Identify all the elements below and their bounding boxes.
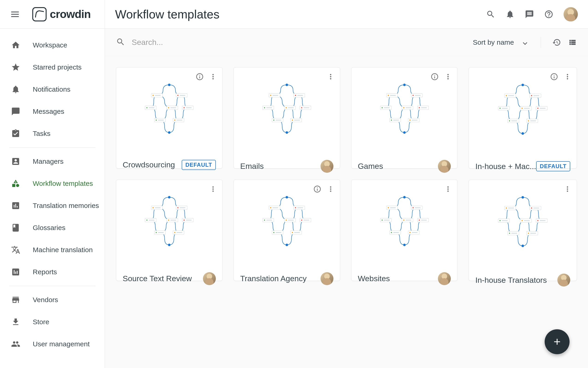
search-input[interactable] (132, 38, 224, 47)
info-icon[interactable] (195, 72, 204, 81)
workflow-diagram (248, 192, 326, 254)
svg-rect-26 (272, 95, 278, 96)
svg-point-69 (521, 84, 524, 86)
sidebar-item-managers[interactable]: Managers (0, 150, 105, 173)
svg-point-23 (285, 83, 288, 86)
sidebar-item-notifications[interactable]: Notifications (0, 78, 105, 101)
sidebar-item-glossaries[interactable]: Glossaries (0, 217, 105, 239)
more-icon[interactable] (208, 72, 218, 81)
sidebar-item-translation-memories[interactable]: Translation memories (0, 195, 105, 217)
hamburger-menu[interactable] (11, 9, 21, 19)
vendors-icon (11, 295, 20, 304)
workflow-diagram (483, 192, 562, 255)
svg-point-25 (270, 95, 271, 96)
card-title: Source Text Review (123, 274, 192, 283)
svg-point-60 (419, 107, 420, 108)
svg-rect-84 (540, 108, 546, 109)
info-icon[interactable] (313, 184, 322, 194)
svg-point-57 (403, 107, 404, 108)
sidebar-item-machine-translation[interactable]: Machine translation (0, 239, 105, 261)
svg-point-135 (292, 232, 293, 233)
svg-rect-41 (276, 120, 281, 120)
card-title: Emails (240, 162, 264, 171)
card-footer: Websites (351, 267, 457, 291)
sidebar-item-store[interactable]: Store (0, 311, 105, 333)
sort-direction-icon[interactable] (521, 38, 530, 47)
user-avatar[interactable] (564, 7, 578, 21)
more-icon[interactable] (208, 184, 218, 194)
messages-icon[interactable] (525, 10, 534, 19)
sidebar-item-workflow-templates[interactable]: Workflow templates (0, 173, 105, 195)
task-icon (11, 129, 20, 138)
svg-rect-55 (384, 107, 389, 108)
svg-point-175 (537, 220, 539, 221)
svg-point-5 (177, 95, 178, 96)
help-icon[interactable] (544, 10, 553, 19)
svg-rect-9 (149, 107, 154, 108)
nav-divider (9, 147, 96, 148)
template-card[interactable]: Source Text Review (116, 180, 222, 281)
svg-point-40 (273, 120, 274, 121)
svg-rect-12 (170, 107, 176, 108)
sidebar-item-tasks[interactable]: Tasks (0, 122, 105, 145)
template-card[interactable]: In-house + Mac... DEFAULT (469, 67, 577, 169)
svg-point-160 (403, 244, 405, 246)
sort-label[interactable]: Sort by name (473, 38, 514, 46)
svg-rect-107 (186, 220, 191, 220)
card-actions (563, 184, 572, 194)
info-icon[interactable] (430, 72, 439, 81)
store-icon (11, 317, 20, 327)
svg-point-14 (183, 107, 185, 108)
more-icon[interactable] (326, 184, 335, 194)
svg-rect-61 (421, 107, 427, 108)
sidebar-item-label: Store (33, 318, 49, 326)
sidebar-item-vendors[interactable]: Vendors (0, 289, 105, 311)
more-icon[interactable] (443, 184, 453, 194)
card-footer: Emails (234, 154, 340, 178)
svg-point-140 (388, 207, 389, 208)
svg-point-109 (156, 232, 157, 233)
add-fab[interactable] (545, 329, 569, 354)
svg-point-92 (168, 196, 171, 199)
card-body (234, 67, 340, 154)
brand-logo[interactable]: crowdin (32, 7, 91, 21)
svg-point-97 (177, 207, 178, 208)
info-icon[interactable] (549, 72, 559, 81)
svg-point-129 (301, 220, 302, 221)
template-card[interactable]: Emails (234, 67, 340, 169)
search-icon[interactable] (486, 10, 495, 19)
svg-rect-75 (534, 95, 539, 96)
sidebar-item-label: Reports (33, 268, 57, 276)
sidebar-item-workspace[interactable]: Workspace (0, 34, 105, 56)
template-card[interactable]: Games (351, 67, 458, 169)
brand-name: crowdin (50, 8, 91, 20)
more-icon[interactable] (443, 72, 453, 81)
sidebar-item-messages[interactable]: Messages (0, 101, 105, 122)
sidebar-item-user-management[interactable]: User management (0, 333, 105, 355)
svg-point-68 (403, 131, 405, 134)
svg-point-94 (153, 207, 154, 208)
template-card[interactable]: Websites (351, 180, 458, 281)
sidebar-item-reports[interactable]: Reports (0, 261, 105, 283)
notifications-icon[interactable] (505, 10, 515, 19)
more-icon[interactable] (563, 184, 572, 194)
more-icon[interactable] (563, 72, 572, 81)
svg-point-83 (537, 108, 539, 109)
svg-rect-159 (412, 232, 417, 233)
template-card[interactable]: Crowdsourcing DEFAULT (116, 67, 222, 169)
more-icon[interactable] (326, 72, 335, 81)
history-icon[interactable] (552, 38, 561, 47)
svg-rect-98 (180, 207, 185, 208)
template-card[interactable]: In-house Translators (469, 180, 577, 281)
svg-rect-130 (303, 220, 309, 220)
card-actions (195, 72, 218, 81)
card-title: Crowdsourcing (123, 160, 175, 169)
svg-point-34 (286, 107, 287, 108)
list-view-icon[interactable] (568, 38, 577, 47)
template-card[interactable]: Translation Agency (234, 180, 340, 281)
sidebar-item-label: Workspace (33, 41, 67, 49)
sidebar-item-starred-projects[interactable]: Starred projects (0, 56, 105, 78)
svg-point-66 (409, 120, 410, 121)
sidebar-item-label: Notifications (33, 85, 70, 93)
owner-avatar (320, 160, 333, 173)
